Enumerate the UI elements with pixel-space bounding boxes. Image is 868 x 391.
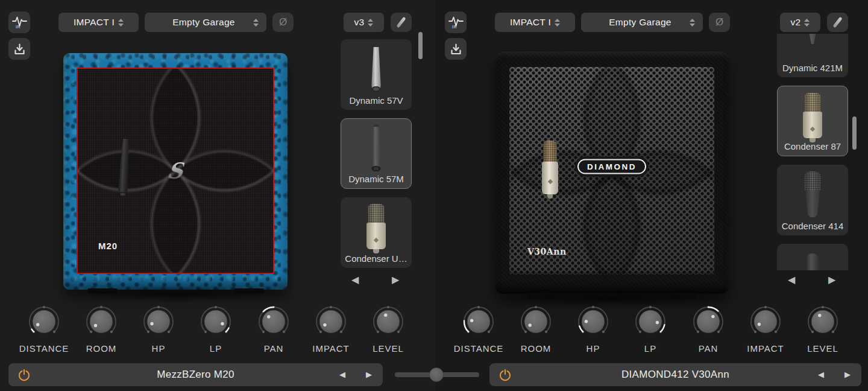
lp-knob[interactable] [634,305,667,339]
room-knob[interactable] [84,305,118,339]
cabinet-logo-badge: DIAMOND [577,159,646,174]
mic-card-label: Condenser 87 [778,141,848,151]
mic-card[interactable]: Dynamic 57M [341,118,412,189]
mic-card[interactable]: Condenser U… [341,197,412,268]
condenser-mic-icon [805,171,821,217]
svg-text:IR: IR [452,25,457,29]
lp-knob[interactable] [199,305,233,339]
mic-card-label: Condenser 414 [777,221,848,231]
preset-next-button[interactable]: ▶ [844,370,851,379]
phase-invert-button[interactable]: Ø [709,13,730,32]
mic-list: Dynamic 421M Condenser 87 Condenser 414 [777,34,848,270]
cabinet-select-value: Empty Garage [172,17,239,28]
cabinet-select[interactable]: Empty Garage [581,13,703,32]
mic-list-scrollbar[interactable] [852,116,857,150]
model-select-value: IMPACT I [74,17,118,28]
version-select[interactable]: v2 [780,13,820,32]
mic-position-handle[interactable] [116,138,133,196]
phase-invert-button[interactable]: Ø [272,13,294,32]
edit-button[interactable] [391,13,412,32]
mic-list-scrollbar[interactable] [418,32,423,59]
knob-label: LEVEL [787,343,859,354]
dynamic-mic-icon [116,138,133,196]
pan-knob[interactable] [257,305,291,339]
mic-card[interactable]: Condenser 414 [777,165,848,235]
cabinet-select-value: Empty Garage [609,17,675,28]
pan-knob[interactable] [691,305,725,339]
download-icon [450,43,462,56]
mic-card[interactable]: Dynamic 57V [341,39,412,110]
dynamic-mic-icon [371,127,382,170]
cabinet-model-label: V30Ann [527,247,567,256]
distance-knob[interactable] [462,305,495,339]
up-down-arrows-icon [368,19,373,27]
preset-name: MezzBZero M20 [8,369,383,381]
preset-prev-button[interactable]: ◀ [339,370,345,379]
mic-tip [118,192,127,197]
mic-card-label: Dynamic 57M [341,174,411,184]
cabinet-display: DIAMOND V30Ann [495,51,729,294]
mic-card[interactable]: Condenser 87 [777,86,848,156]
mix-slider-thumb[interactable] [429,367,444,382]
condenser-mic-icon [803,93,822,142]
dynamic-mic-icon [371,47,382,91]
version-select-value: v3 [354,17,368,28]
impact-knob[interactable] [749,305,782,339]
up-down-arrows-icon [690,19,695,27]
ir-waveform-icon: IR [11,14,28,31]
mic-card-label: Dynamic 57V [341,95,412,106]
mic-next-button[interactable]: ▶ [828,274,835,285]
mic-prev-button[interactable]: ◀ [788,274,795,285]
phase-icon: Ø [715,16,723,28]
hp-knob[interactable] [142,305,175,339]
model-select[interactable]: IMPACT I [495,13,575,32]
mic-prev-button[interactable]: ◀ [351,274,359,285]
mic-next-button[interactable]: ▶ [392,274,399,285]
preset-prev-button[interactable]: ◀ [818,370,824,379]
mix-slider[interactable] [395,372,479,377]
up-down-arrows-icon [804,19,810,27]
download-icon [13,43,26,56]
ir-waveform-icon: IR [448,14,464,31]
download-button[interactable] [445,38,467,60]
impact-knob[interactable] [314,305,348,339]
mic-foot [547,194,553,199]
room-knob[interactable] [519,305,553,339]
up-down-arrows-icon [118,19,124,27]
phase-icon: Ø [279,16,287,28]
version-select-value: v2 [791,17,805,28]
dynamic-mic-icon [805,34,820,44]
preset-next-button[interactable]: ▶ [366,370,372,379]
knob-label: LEVEL [352,343,424,354]
cabinet-shadow [72,286,280,302]
mic-card[interactable]: Dynamic 421M [777,34,848,77]
download-button[interactable] [8,38,30,60]
mic-body [542,162,558,195]
distance-knob[interactable] [27,305,61,339]
cabinet-select[interactable]: Empty Garage [145,13,266,32]
mic-card-label: Dynamic 421M [777,63,848,73]
cabinet-display: S M20 [63,53,288,290]
cabinet-grill: S M20 [77,68,274,274]
version-select[interactable]: v3 [344,13,384,32]
level-knob[interactable] [371,305,405,339]
pencil-icon [832,17,842,28]
pencil-icon [396,17,406,28]
cabinet-logo: S [165,157,185,183]
preset-name: DIAMOND412 V30Ann [489,369,861,381]
preset-bar: DIAMOND412 V30Ann ◀ ▶ [489,363,861,386]
hp-knob[interactable] [576,305,610,339]
level-knob[interactable] [806,305,840,339]
mic-position-handle[interactable] [542,141,558,199]
condenser-mic-icon [366,204,386,253]
model-select[interactable]: IMPACT I [58,13,139,32]
mic-card-label: Condenser U… [341,253,412,264]
ir-loader-button[interactable]: IR [445,11,467,33]
up-down-arrows-icon [555,19,560,27]
ir-loader-button[interactable]: IR [8,11,30,33]
edit-button[interactable] [827,13,848,32]
mic-card[interactable] [777,244,848,270]
up-down-arrows-icon [253,19,259,27]
cab-panel-right: IR IMPACT I Empty Garage Ø v2 [436,0,868,391]
preset-bar: MezzBZero M20 ◀ ▶ [8,363,383,386]
